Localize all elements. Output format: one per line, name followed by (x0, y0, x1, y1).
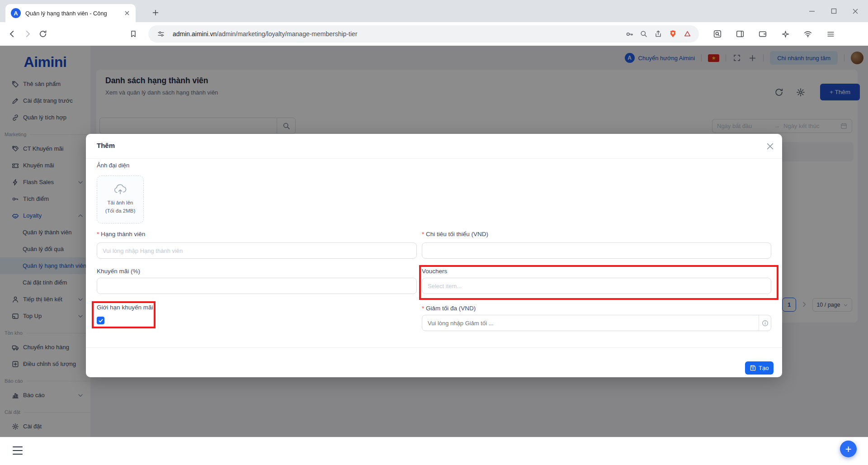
browser-menu-icon[interactable] (823, 26, 838, 42)
url-path: /admin/marketing/loyalty/manage-membersh… (217, 30, 357, 38)
max-discount-input[interactable] (422, 320, 759, 327)
url-text[interactable]: admin.aimini.vn/admin/marketing/loyalty/… (173, 30, 622, 38)
create-button-label: Tạo (759, 365, 769, 371)
window-maximize-icon[interactable] (829, 7, 838, 16)
tier-label: Hạng thành viên (97, 231, 145, 237)
url-domain: admin.aimini.vn (173, 30, 217, 38)
vouchers-select[interactable] (422, 278, 771, 294)
max-discount-label: Giảm tối đa (VND) (422, 305, 476, 312)
window-close-icon[interactable] (851, 7, 860, 16)
brave-shield-icon[interactable] (665, 27, 680, 41)
browser-tab[interactable]: A Quản lý hạng thành viên - Công (5, 4, 136, 22)
limit-checkbox[interactable] (97, 317, 104, 324)
wallet-icon[interactable] (755, 26, 770, 42)
zoom-icon[interactable] (637, 27, 651, 41)
window-minimize-icon[interactable] (807, 7, 816, 16)
brave-rewards-icon[interactable] (680, 27, 694, 41)
url-bar[interactable]: admin.aimini.vn/admin/marketing/loyalty/… (148, 25, 699, 43)
reload-icon[interactable] (35, 26, 51, 42)
browser-toolbar: admin.aimini.vn/admin/marketing/loyalty/… (0, 22, 868, 46)
modal-close-icon[interactable] (765, 141, 775, 151)
promo-label: Khuyến mãi (%) (97, 268, 140, 275)
vpn-wifi-icon[interactable] (800, 26, 816, 42)
tab-close-icon[interactable] (123, 9, 131, 17)
upload-image-dropzone[interactable]: Tải ảnh lên (Tối đa 2MB) (97, 176, 144, 223)
sidebar-toggle-icon[interactable] (732, 26, 748, 42)
min-spend-label: Chi tiêu tối thiểu (VND) (422, 231, 488, 237)
cloud-upload-icon (113, 183, 127, 195)
avatar-section-label: Ảnh đại diện (97, 162, 129, 169)
bottom-bar (0, 437, 868, 465)
promo-input[interactable] (97, 278, 417, 294)
modal-title: Thêm (97, 142, 115, 149)
info-circle-icon[interactable] (759, 315, 771, 331)
tab-favicon: A (11, 8, 21, 18)
tier-input[interactable] (97, 242, 417, 259)
app-viewport: Aimini Thẻ sản phẩmCài đặt trang trướcQu… (0, 46, 868, 465)
bookmark-icon[interactable] (126, 26, 141, 42)
limit-label: Giới hạn khuyến mãi (97, 304, 153, 311)
modal-footer-divider (86, 347, 782, 348)
collapse-menu-icon[interactable] (13, 446, 23, 455)
site-settings-icon[interactable] (154, 27, 168, 41)
back-icon[interactable] (5, 26, 20, 42)
max-discount-group (422, 315, 771, 331)
search-tab-icon[interactable] (710, 26, 725, 42)
forward-icon[interactable] (20, 26, 35, 42)
add-tier-modal: Thêm Ảnh đại diện Tải ảnh lên (Tối đa 2M… (86, 134, 782, 377)
modal-header-divider (86, 158, 782, 159)
share-icon[interactable] (651, 27, 665, 41)
ai-sparkle-icon[interactable] (778, 26, 793, 42)
save-icon (750, 365, 756, 371)
min-spend-input[interactable] (422, 242, 771, 259)
floating-add-button[interactable]: + (840, 441, 857, 457)
tab-title: Quản lý hạng thành viên - Công (25, 10, 123, 17)
browser-tab-bar: A Quản lý hạng thành viên - Công (0, 0, 868, 22)
create-button[interactable]: Tạo (745, 361, 774, 375)
toolbar-extensions (710, 26, 838, 42)
window-controls (807, 0, 868, 22)
vouchers-label: Vouchers (422, 268, 447, 275)
password-key-icon[interactable] (622, 27, 637, 41)
upload-hint: Tải ảnh lên (Tối đa 2MB) (105, 199, 135, 215)
new-tab-icon[interactable] (149, 6, 162, 19)
